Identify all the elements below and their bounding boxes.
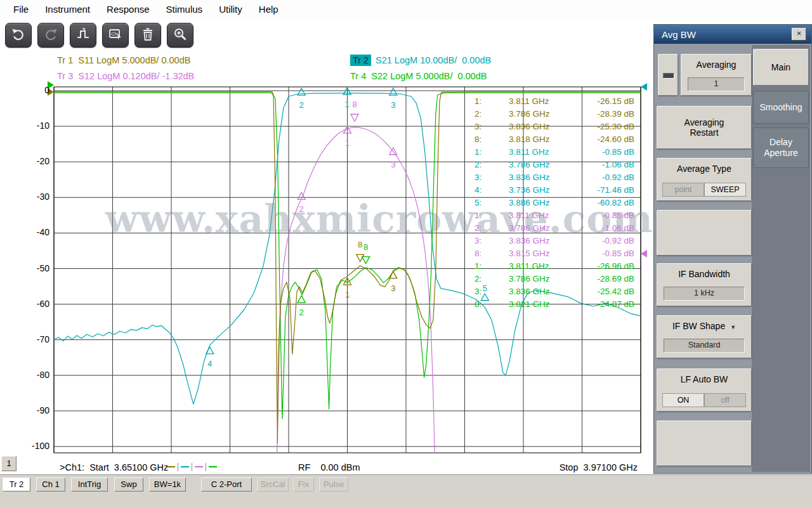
marker-number: 3: [475,287,481,296]
rf-power-label: RF 0.00 dBm [298,462,360,472]
marker-2-label: 2 [299,204,304,214]
active-trace-badge[interactable]: Tr 2 [350,55,371,66]
marker-value: -26.15 dB [597,96,634,106]
marker-8-triangle-s22[interactable] [362,257,370,264]
marker-readout-row-s21: 4:3.736 GHz-71.46 dB [473,185,636,198]
if-bandwidth-button[interactable]: IF Bandwidth 1 kHz [657,263,752,306]
marker-frequency: 3.786 GHz [509,160,550,169]
marker-value: -26.96 dB [597,261,634,271]
marker-1-label: 1 [345,100,350,109]
legend-tr2[interactable]: S21 LogM 10.00dB/ 0.00dB [376,55,491,65]
if-bandwidth-value[interactable]: 1 kHz [664,287,745,301]
averaging-value[interactable]: 1 [688,77,745,91]
averaging-button[interactable]: Averaging 1 [681,54,752,96]
status-if-bandwidth[interactable]: BW=1k [149,478,186,492]
average-type-segmented: point SWEEP [662,183,746,197]
menu-help[interactable]: Help [251,0,287,19]
marker-frequency: 3.811 GHz [509,211,549,220]
marker-readout-row-s11: 3:3.836 GHz-25.30 dB [473,122,636,134]
marker-number: 3: [475,122,481,131]
marker-value: -1.06 dB [602,223,634,233]
legend-tr4[interactable]: Tr 4 S22 LogM 5.000dB/ 0.00dB [350,71,487,81]
status-calibration[interactable]: C 2-Port [201,478,252,492]
tab-smoothing[interactable]: Smoothing [753,91,809,124]
marker-value: -28.39 dB [597,109,634,119]
ref-arrow-s12[interactable] [641,250,647,257]
marker-frequency: 3.836 GHz [509,236,550,245]
average-type-button[interactable]: Average Type point SWEEP [657,158,752,201]
tab-main[interactable]: Main [753,49,809,86]
marker-frequency: 3.786 GHz [509,274,550,283]
channel-cursor-button[interactable]: Ch [102,23,129,48]
empty-softkey [657,210,752,256]
channel-badge[interactable]: 1 [1,456,16,471]
status-sweep[interactable]: Swp [114,478,143,492]
marker-frequency: 3.786 GHz [509,223,550,233]
status-fix: Fix [293,478,314,492]
dash-separator [178,463,178,471]
marker-value: -0.85 dB [602,211,634,220]
marker-2-triangle-s22[interactable] [298,296,305,303]
marker-readout-row-s21: 2:3.786 GHz-1.06 dB [473,160,636,173]
marker-readout-row-s12: 1:3.811 GHz-0.85 dB [473,211,636,223]
tab-delay-aperture[interactable]: Delay Aperture [753,127,809,168]
zoom-in-button[interactable] [167,23,193,48]
dash-separator [192,463,192,471]
marker-frequency: 3.836 GHz [509,287,550,296]
marker-frequency: 3.786 GHz [509,109,550,119]
menu-instrument[interactable]: Instrument [37,0,98,19]
marker-number: 8: [475,134,481,144]
marker-frequency: 3.836 GHz [509,173,550,182]
lf-auto-bw-button[interactable]: LF Auto BW ON off [657,368,752,412]
legend-tr1[interactable]: Tr 1 S11 LogM 5.000dB/ 0.00dB [57,55,190,65]
lf-auto-bw-label: LF Auto BW [657,374,751,384]
marker-readout-row-s21: 3:3.836 GHz-0.92 dB [473,173,636,185]
y-axis-tick-label: -70 [18,334,49,346]
y-axis-tick-label: -90 [18,405,49,417]
average-type-point-option[interactable]: point [662,183,704,197]
if-bw-shape-value[interactable]: Standard [664,339,745,353]
lf-auto-bw-off-option[interactable]: off [704,393,746,407]
menu-response[interactable]: Response [98,0,158,19]
marker-value: -24.60 dB [597,134,634,144]
if-bw-shape-button[interactable]: IF BW Shape▼ Standard [657,315,752,358]
redo-button[interactable] [37,23,64,48]
marker-readout-row-s11: 2:3.786 GHz-28.39 dB [473,109,636,122]
trace-dash-s12 [195,466,203,467]
marker-8-label: 8 [363,242,368,252]
averaging-restart-button[interactable]: Averaging Restart [657,106,752,149]
average-type-label: Average Type [657,164,751,174]
lf-auto-bw-on-option[interactable]: ON [662,393,704,407]
marker-1-label: 1 [345,138,350,148]
menu-utility[interactable]: Utility [211,0,251,19]
status-channel[interactable]: Ch 1 [36,478,65,492]
averaging-toggle-button[interactable] [658,54,678,96]
average-type-sweep-option[interactable]: SWEEP [704,183,746,197]
trace-dash-s11 [167,466,175,467]
status-pulse: Pulse [319,478,348,492]
status-trigger[interactable]: IntTrig [71,478,108,492]
marker-number: 8: [475,249,481,258]
marker-number: 1: [475,211,481,220]
ref-arrow-s21[interactable] [641,83,647,91]
channel-cursor-icon: Ch [107,27,124,44]
marker-1-label: 1 [345,290,350,299]
marker-readout-row-s11: 8:3.818 GHz-24.60 dB [473,134,636,147]
marker-8-triangle-s12[interactable] [351,114,358,121]
marker-readout-row-s12: 2:3.786 GHz-1.06 dB [473,223,636,236]
pulse-setup-button[interactable] [70,23,96,48]
menu-stimulus[interactable]: Stimulus [158,0,211,19]
chevron-down-icon: ▼ [730,324,736,330]
delete-trace-button[interactable] [134,23,161,48]
marker-number: 8: [475,299,481,309]
status-active-trace[interactable]: Tr 2 [3,478,30,492]
panel-header[interactable]: Avg BW × [654,25,811,44]
svg-text:Ch: Ch [111,31,117,37]
toggle-led-icon [663,73,674,79]
legend-tr3[interactable]: Tr 3 S12 LogM 0.120dB/ -1.32dB [57,71,194,81]
menu-file[interactable]: File [5,0,37,19]
close-icon[interactable]: × [792,28,806,41]
undo-button[interactable] [5,23,32,48]
toolbar: Ch [5,23,193,48]
marker-readout-row-s22: 8:3.821 GHz-24.87 dB [473,299,636,312]
